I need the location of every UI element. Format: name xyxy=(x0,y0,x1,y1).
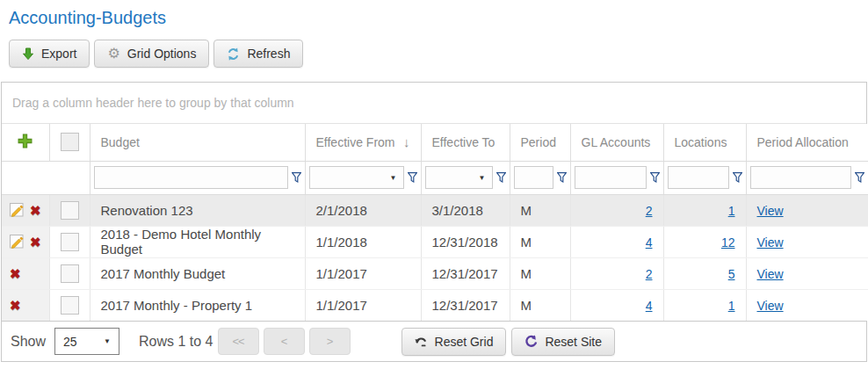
grid-options-label: Grid Options xyxy=(127,47,197,61)
period-allocation-cell: View xyxy=(746,194,868,226)
row-checkbox[interactable] xyxy=(61,201,79,220)
budget-cell: Renovation 123 xyxy=(90,194,305,226)
effective-from-cell: 2/1/2018 xyxy=(305,194,421,226)
gl-accounts-cell: 2 xyxy=(570,194,663,226)
filter-effective-to-cell: ▼ xyxy=(421,161,510,194)
column-header-budget[interactable]: Budget xyxy=(90,124,305,161)
export-button[interactable]: Export xyxy=(9,40,90,68)
filter-actions-cell xyxy=(2,161,90,194)
locations-filter-input[interactable] xyxy=(668,166,729,189)
budget-filter-funnel-icon[interactable] xyxy=(292,172,301,183)
row-actions-cell: ✖ xyxy=(2,257,49,289)
edit-icon[interactable] xyxy=(10,235,25,250)
reset-site-label: Reset Site xyxy=(545,335,602,349)
reset-grid-button[interactable]: Reset Grid xyxy=(401,328,507,356)
grid-options-button[interactable]: ⚙ Grid Options xyxy=(94,40,209,68)
export-down-arrow-icon xyxy=(22,47,34,61)
delete-icon[interactable]: ✖ xyxy=(30,235,41,249)
period-allocation-cell: View xyxy=(746,257,868,289)
period-filter-funnel-icon[interactable] xyxy=(557,172,567,183)
row-checkbox[interactable] xyxy=(61,264,79,283)
column-header-effective-from[interactable]: Effective From ↓ xyxy=(305,124,421,161)
column-header-period[interactable]: Period xyxy=(510,124,570,161)
filter-budget-cell xyxy=(90,161,305,194)
view-link[interactable]: View xyxy=(757,204,784,218)
budgets-grid: Drag a column header here to group by th… xyxy=(1,82,867,362)
rows-info: Rows 1 to 4 xyxy=(139,334,213,350)
locations-cell: 12 xyxy=(663,226,746,257)
sort-descending-icon: ↓ xyxy=(403,134,410,149)
column-header-effective-to[interactable]: Effective To xyxy=(421,124,510,161)
locations-link[interactable]: 1 xyxy=(728,299,735,313)
column-header-locations[interactable]: Locations xyxy=(663,124,746,161)
budget-cell: 2017 Monthly Budget xyxy=(90,257,305,289)
effective-to-cell: 12/31/2017 xyxy=(421,257,510,289)
period-cell: M xyxy=(510,226,570,257)
effective-to-filter-funnel-icon[interactable] xyxy=(496,172,506,183)
locations-cell: 5 xyxy=(663,257,746,289)
period-allocation-cell: View xyxy=(746,226,868,257)
delete-icon[interactable]: ✖ xyxy=(10,267,21,280)
gl-accounts-link[interactable]: 4 xyxy=(646,299,653,313)
budget-cell: 2017 Monthly - Property 1 xyxy=(90,289,305,321)
first-page-button[interactable]: << xyxy=(218,328,259,355)
delete-icon[interactable]: ✖ xyxy=(30,204,41,217)
filter-period-allocation-cell xyxy=(746,161,868,194)
locations-filter-funnel-icon[interactable] xyxy=(733,172,742,183)
table-row: ✖ Renovation 123 2/1/2018 3/1/2018 M 2 1… xyxy=(2,194,868,226)
row-checkbox[interactable] xyxy=(61,296,79,315)
gl-accounts-link[interactable]: 4 xyxy=(646,235,653,250)
table-row: ✖ 2017 Monthly - Property 1 1/1/2017 12/… xyxy=(2,289,868,321)
delete-icon[interactable]: ✖ xyxy=(10,299,21,312)
row-checkbox[interactable] xyxy=(61,233,79,251)
row-checkbox-cell xyxy=(49,194,90,226)
effective-to-filter-dropdown[interactable]: ▼ xyxy=(425,166,493,189)
period-filter-input[interactable] xyxy=(514,166,553,189)
filter-locations-cell xyxy=(663,161,746,194)
reset-grid-label: Reset Grid xyxy=(435,335,494,349)
reset-circular-arrow-icon xyxy=(524,335,538,348)
effective-from-filter-dropdown[interactable]: ▼ xyxy=(309,166,404,189)
dropdown-caret-icon: ▼ xyxy=(390,174,397,182)
edit-icon[interactable] xyxy=(10,203,25,218)
select-all-checkbox[interactable] xyxy=(61,133,79,151)
locations-link[interactable]: 12 xyxy=(721,235,735,250)
period-allocation-filter-input[interactable] xyxy=(750,166,851,189)
gl-accounts-filter-input[interactable] xyxy=(575,166,647,189)
budget-filter-input[interactable] xyxy=(94,166,288,189)
period-allocation-filter-funnel-icon[interactable] xyxy=(855,172,864,183)
gl-accounts-link[interactable]: 2 xyxy=(646,267,653,281)
effective-from-filter-funnel-icon[interactable] xyxy=(408,172,417,183)
row-checkbox-cell xyxy=(49,226,90,257)
effective-from-cell: 1/1/2018 xyxy=(305,226,421,257)
table-row: ✖ 2018 - Demo Hotel Monthly Budget 1/1/2… xyxy=(2,226,868,257)
filter-gl-accounts-cell xyxy=(570,161,663,194)
locations-link[interactable]: 5 xyxy=(728,267,735,281)
page-title: Accounting-Budgets xyxy=(9,8,868,28)
view-link[interactable]: View xyxy=(757,235,784,250)
column-header-gl-accounts[interactable]: GL Accounts xyxy=(570,124,663,161)
effective-to-cell: 3/1/2018 xyxy=(421,194,510,226)
add-row-header xyxy=(2,124,49,161)
reset-site-button[interactable]: Reset Site xyxy=(511,328,615,356)
locations-link[interactable]: 1 xyxy=(728,204,735,218)
effective-from-cell: 1/1/2017 xyxy=(305,257,421,289)
budget-cell: 2018 - Demo Hotel Monthly Budget xyxy=(90,226,305,257)
gl-accounts-link[interactable]: 2 xyxy=(646,204,653,218)
gl-accounts-filter-funnel-icon[interactable] xyxy=(650,172,660,183)
page-size-value: 25 xyxy=(63,335,77,349)
page-size-select[interactable]: 25 ▼ xyxy=(54,328,119,355)
dropdown-caret-icon: ▼ xyxy=(479,174,486,182)
column-header-period-allocation[interactable]: Period Allocation xyxy=(746,124,868,161)
group-by-bar[interactable]: Drag a column header here to group by th… xyxy=(2,83,866,124)
table-row: ✖ 2017 Monthly Budget 1/1/2017 12/31/201… xyxy=(2,257,868,289)
add-icon[interactable] xyxy=(18,134,33,148)
gear-icon: ⚙ xyxy=(107,47,119,61)
filter-period-cell xyxy=(510,161,570,194)
refresh-button[interactable]: Refresh xyxy=(213,40,303,68)
view-link[interactable]: View xyxy=(757,299,784,313)
next-page-button[interactable]: > xyxy=(309,328,351,355)
view-link[interactable]: View xyxy=(757,267,784,281)
prev-page-button[interactable]: < xyxy=(264,328,305,355)
effective-to-cell: 12/31/2018 xyxy=(421,226,510,257)
